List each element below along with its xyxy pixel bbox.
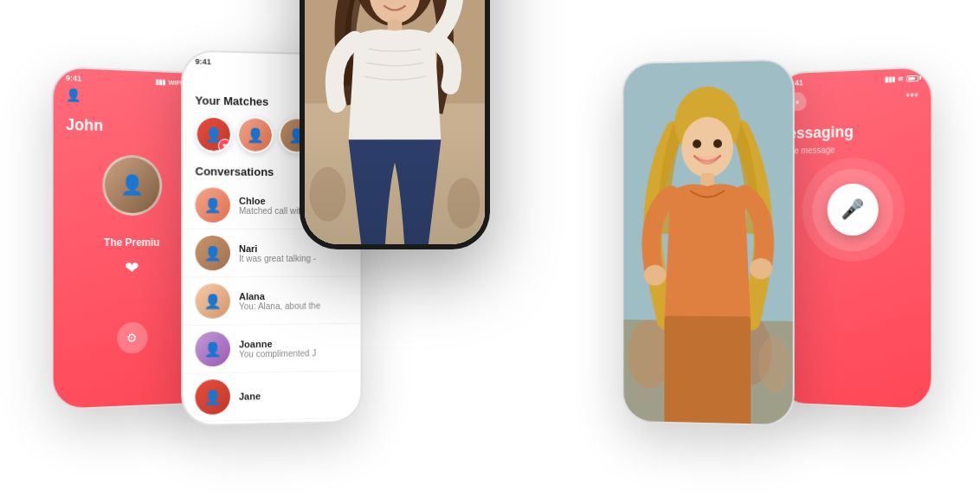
heart-icon: ❤ bbox=[125, 257, 139, 278]
svg-point-23 bbox=[644, 265, 667, 286]
profile-card[interactable]: 📍 18km bbox=[305, 0, 485, 244]
phone-center: 9:41 ▮▮▮▮ ≋ 👤 ● 💬 bbox=[300, 0, 490, 249]
convo-jane[interactable]: 👤 Jane bbox=[183, 371, 360, 422]
joanne-avatar: 👤 bbox=[195, 332, 229, 367]
user-avatar: 👤 bbox=[102, 154, 162, 216]
right-signal: ▮▮▮ bbox=[885, 74, 895, 83]
left-time: 9:41 bbox=[66, 74, 81, 83]
cr-content: 9:41 ▮▮▮ ≋ ● ••• bbox=[623, 61, 792, 424]
mic-button[interactable]: 🎤 bbox=[827, 184, 878, 236]
signal-icon: ▮▮▮ bbox=[156, 78, 166, 86]
svg-point-17 bbox=[758, 337, 790, 393]
phone-center-inner: 9:41 ▮▮▮▮ ≋ 👤 ● 💬 bbox=[305, 0, 485, 244]
messaging-subtitle: ice message bbox=[788, 143, 919, 155]
convo-alana[interactable]: 👤 Alana You: Alana, about the bbox=[183, 277, 360, 327]
app-scene: 9:41 ▮▮▮ WiFi 👤 🛡 John 👤 ⚙ The bbox=[0, 0, 980, 498]
right-battery bbox=[906, 74, 919, 81]
alana-preview: You: Alana, about the bbox=[239, 301, 349, 311]
jane-name: Jane bbox=[239, 389, 349, 401]
mic-area: 🎤 bbox=[777, 183, 931, 236]
joanne-text: Joanne You complimented J bbox=[239, 337, 349, 359]
match-avatar-1[interactable]: 👤 bbox=[195, 116, 231, 153]
jane-text: Jane bbox=[239, 389, 349, 401]
wifi-icon: WiFi bbox=[168, 78, 182, 87]
messaging-title-text: essaging bbox=[788, 123, 854, 142]
card-gradient bbox=[305, 128, 485, 243]
chloe-avatar: 👤 bbox=[195, 187, 229, 222]
joanne-preview: You complimented J bbox=[239, 347, 349, 359]
mic-icon: 🎤 bbox=[841, 198, 864, 221]
cr-photo-bg bbox=[623, 61, 792, 424]
alana-avatar: 👤 bbox=[195, 283, 229, 319]
phone-center-right: 9:41 ▮▮▮ ≋ ● ••• bbox=[622, 59, 794, 427]
svg-point-24 bbox=[750, 258, 772, 279]
match-avatar-2[interactable]: 👤 bbox=[237, 116, 274, 153]
nari-preview: It was great talking - bbox=[239, 253, 349, 262]
right-status-icons: ▮▮▮ ≋ bbox=[885, 74, 919, 83]
nari-avatar: 👤 bbox=[195, 236, 229, 270]
settings-button[interactable]: ⚙ bbox=[117, 322, 147, 354]
right-more-icon: ••• bbox=[906, 87, 919, 107]
cl-time: 9:41 bbox=[195, 57, 210, 66]
phone-right: 9:41 ▮▮▮ ≋ ● ••• essaging ice message bbox=[775, 66, 932, 411]
jane-avatar: 👤 bbox=[195, 379, 229, 415]
blonde-girl-svg bbox=[623, 61, 792, 424]
profile-icon: 👤 bbox=[66, 87, 81, 102]
woman-photo: 📍 18km bbox=[305, 0, 485, 244]
alana-name: Alana bbox=[239, 290, 349, 301]
alana-text: Alana You: Alana, about the bbox=[239, 290, 349, 311]
svg-rect-25 bbox=[664, 316, 751, 425]
messaging-area: essaging ice message bbox=[777, 108, 931, 159]
convo-joanne[interactable]: 👤 Joanne You complimented J bbox=[183, 324, 360, 374]
right-wifi: ≋ bbox=[898, 74, 904, 82]
messaging-title: essaging bbox=[788, 121, 919, 143]
